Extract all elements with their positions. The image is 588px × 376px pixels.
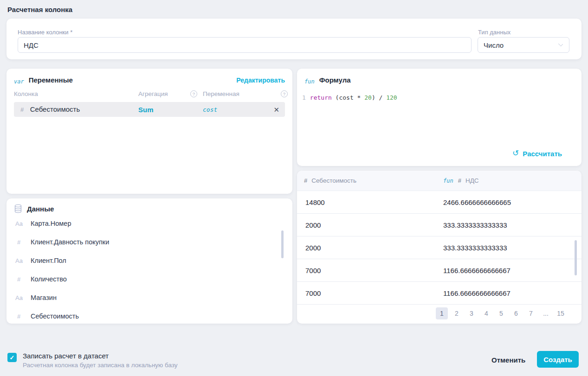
variable-help-icon[interactable]: ?	[281, 90, 288, 97]
number-type-icon: #	[458, 177, 461, 184]
formula-code-editor[interactable]: 1 return (cost * 20) / 120	[297, 94, 582, 101]
cell-vat: 2466.6666666666665	[443, 198, 511, 206]
column-settings-card: Название колонки * Тип данных Число	[6, 19, 582, 59]
variable-header: Переменная	[203, 90, 239, 97]
cell-cost: 7000	[297, 267, 443, 274]
table-row: 2000 333.3333333333333	[297, 214, 582, 236]
data-field-item[interactable]: # Количество	[6, 270, 292, 288]
number-type-icon: #	[15, 313, 26, 320]
page-button-2[interactable]: 2	[451, 307, 463, 319]
cell-cost: 14800	[297, 198, 443, 206]
edit-variables-button[interactable]: Редактировать	[236, 76, 285, 84]
cell-vat: 1166.6666666666667	[443, 289, 510, 297]
write-to-dataset-checkbox-row[interactable]: ✓ Записать расчет в датасет Расчетная ко…	[7, 352, 178, 369]
text-type-icon: Aa	[15, 257, 26, 264]
col2-header-label: НДС	[465, 177, 479, 184]
variable-column-name: Себестоимость	[30, 105, 80, 113]
chevron-down-icon	[558, 42, 563, 46]
column-name-input[interactable]	[18, 37, 472, 53]
text-type-icon: Aa	[15, 220, 26, 227]
data-list-scrollbar[interactable]	[281, 230, 284, 258]
variables-title: Переменные	[29, 76, 73, 84]
fun-badge-icon: fun	[443, 178, 453, 184]
formula-card: fun Формула 1 return (cost * 20) / 120 ↺…	[297, 69, 582, 166]
page-button-7[interactable]: 7	[525, 307, 537, 319]
preview-table-card: # Себестоимость fun # НДС 14800 2466.666…	[297, 171, 582, 324]
data-field-item[interactable]: Aa Карта.Номер	[6, 214, 292, 233]
cell-cost: 2000	[297, 221, 443, 229]
variables-card: var Переменные Редактировать Колонка Агр…	[6, 69, 292, 194]
calculate-refresh-icon: ↺	[512, 148, 519, 158]
col1-header-label: Себестоимость	[311, 177, 356, 184]
variable-name-value[interactable]: cost	[203, 106, 217, 113]
data-fields-card: Данные Aa Карта.Номер # Клиент.Давность …	[6, 198, 292, 324]
number-type-icon: #	[20, 106, 24, 113]
calculate-label: Рассчитать	[523, 150, 562, 158]
calculate-button[interactable]: ↺ Рассчитать	[512, 149, 562, 159]
data-type-value: Число	[484, 41, 504, 49]
create-button[interactable]: Создать	[537, 351, 579, 368]
data-field-list: Aa Карта.Номер # Клиент.Давность покупки…	[6, 214, 292, 324]
variable-row: # Себестоимость Sum cost ✕	[14, 102, 285, 117]
aggregation-value[interactable]: Sum	[138, 106, 203, 114]
text-type-icon: Aa	[15, 294, 26, 301]
data-type-label: Тип данных	[478, 29, 510, 36]
line-number: 1	[302, 94, 306, 101]
table-scrollbar[interactable]	[575, 240, 577, 275]
page-button-6[interactable]: 6	[510, 307, 522, 319]
checkbox-checked[interactable]: ✓	[7, 353, 17, 362]
table-row: 7000 1166.6666666666667	[297, 282, 582, 305]
cell-vat: 333.3333333333333	[443, 221, 507, 229]
page-button-15[interactable]: 15	[555, 307, 567, 319]
cell-cost: 2000	[297, 244, 443, 252]
table-row: 14800 2466.6666666666665	[297, 191, 582, 214]
page-button-1[interactable]: 1	[436, 307, 448, 319]
data-field-item[interactable]: # Клиент.Давность покупки	[6, 233, 292, 251]
cancel-button[interactable]: Отменить	[489, 354, 528, 366]
cell-vat: 333.3333333333333	[443, 244, 507, 252]
database-icon	[14, 204, 22, 213]
number-type-icon: #	[15, 276, 26, 283]
data-field-item[interactable]: Aa Клиент.Пол	[6, 251, 292, 270]
page-button-4[interactable]: 4	[480, 307, 492, 319]
cell-vat: 1166.6666666666667	[443, 267, 510, 274]
number-type-icon: #	[15, 239, 26, 246]
code-keyword: return	[310, 94, 332, 101]
table-row: 2000 333.3333333333333	[297, 236, 582, 259]
page-button-3[interactable]: 3	[465, 307, 478, 319]
data-title: Данные	[27, 205, 54, 213]
data-field-item[interactable]: Aa Магазин	[6, 288, 292, 307]
remove-variable-icon[interactable]: ✕	[271, 105, 281, 114]
check-icon: ✓	[10, 354, 15, 361]
page-ellipsis[interactable]: ...	[540, 307, 552, 319]
table-row: 7000 1166.6666666666667	[297, 259, 582, 282]
preview-table-header: # Себестоимость fun # НДС	[297, 171, 582, 191]
aggregation-help-icon[interactable]: ?	[190, 90, 197, 97]
aggregation-header: Агрегация	[138, 90, 168, 97]
column-header: Колонка	[14, 90, 138, 97]
cell-cost: 7000	[297, 289, 443, 297]
fun-badge-icon: fun	[304, 78, 315, 85]
page-title: Расчетная колонка	[7, 6, 72, 13]
page-button-5[interactable]: 5	[495, 307, 507, 319]
checkbox-hint: Расчетная колонка будет записана в локал…	[23, 362, 178, 369]
data-field-item[interactable]: # Себестоимость	[6, 307, 292, 324]
column-name-label: Название колонки *	[18, 29, 72, 36]
pagination: 1 2 3 4 5 6 7 ... 15	[436, 307, 567, 319]
var-badge-icon: var	[14, 78, 24, 85]
checkbox-label: Записать расчет в датасет	[23, 352, 178, 360]
number-type-icon: #	[304, 177, 307, 184]
data-type-select[interactable]: Число	[478, 37, 569, 53]
formula-title: Формула	[319, 76, 351, 84]
